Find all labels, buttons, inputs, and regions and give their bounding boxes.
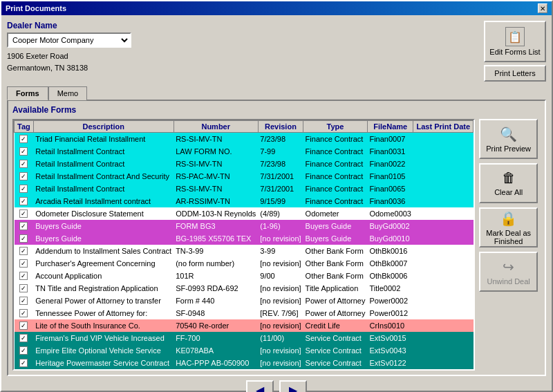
- unwind-deal-label: Unwind Deal: [487, 277, 529, 286]
- mark-deal-finished-button[interactable]: 🔒 Mark Deal as Finished: [479, 207, 538, 248]
- row-desc: Buyers Guide: [33, 232, 174, 245]
- forms-panel: Available Forms Tag Description Number: [7, 100, 546, 376]
- address-line1: 1906 Exeter Road: [7, 50, 470, 62]
- row-desc: TN Title and Registration Application: [33, 282, 174, 295]
- close-button[interactable]: ✕: [538, 3, 547, 13]
- nav-back-icon: ◀: [256, 384, 264, 392]
- row-revision: 7/23/98: [258, 158, 303, 170]
- table-row[interactable]: Arcadia Retail Installment contractAR-RS…: [15, 195, 474, 207]
- row-revision: (11/00): [258, 332, 303, 344]
- row-lastprint: [413, 319, 474, 332]
- row-type: Other Bank Form: [303, 245, 368, 257]
- row-checkbox[interactable]: [15, 332, 34, 344]
- table-row[interactable]: Fireman's Fund VIP Vehicle IncreasedFF-7…: [15, 332, 474, 344]
- row-checkbox[interactable]: [15, 319, 34, 332]
- table-scroll[interactable]: Tag Description Number Revision Type Fil…: [14, 120, 474, 369]
- table-row[interactable]: Retail Installment ContractRS-SI-MV-TN7/…: [15, 183, 474, 195]
- unwind-deal-button[interactable]: ↪ Unwind Deal: [479, 252, 538, 292]
- row-checkbox[interactable]: [15, 220, 34, 232]
- row-lastprint: [413, 133, 474, 145]
- row-lastprint: [413, 170, 474, 183]
- row-desc: Account Application: [33, 270, 174, 282]
- row-desc: Empire Elite Optional Vehicle Service: [33, 344, 174, 357]
- row-lastprint: [413, 357, 474, 369]
- table-row[interactable]: Retail Installment Contract And Security…: [15, 170, 474, 183]
- clear-all-label: Clear All: [494, 188, 523, 196]
- row-checkbox[interactable]: [15, 158, 34, 170]
- print-preview-button[interactable]: 🔍 Print Preview: [479, 119, 538, 159]
- nav-forward-button[interactable]: ▶: [279, 380, 307, 393]
- nav-back-button[interactable]: ◀: [246, 380, 274, 393]
- row-checkbox[interactable]: [15, 170, 34, 183]
- col-desc: Description: [33, 121, 174, 133]
- row-checkbox[interactable]: [15, 207, 34, 220]
- row-type: Finance Contract: [303, 145, 368, 158]
- table-row[interactable]: Lite of the South Insurance Co.70540 Re-…: [15, 319, 474, 332]
- row-checkbox[interactable]: [15, 245, 34, 257]
- table-row[interactable]: Heritage Powermaster Service ContractHAC…: [15, 357, 474, 369]
- row-checkbox[interactable]: [15, 145, 34, 158]
- row-checkbox[interactable]: [15, 307, 34, 319]
- table-row[interactable]: Odometer Disclosure StatementODDM-103-N …: [15, 207, 474, 220]
- row-type: Other Bank Form: [303, 270, 368, 282]
- row-checkbox[interactable]: [15, 183, 34, 195]
- print-preview-icon: 🔍: [500, 126, 517, 142]
- row-type: Other Bank Form: [303, 257, 368, 270]
- row-number: RS-SI-MV-TN: [174, 158, 258, 170]
- window-title: Print Documents: [6, 4, 66, 12]
- table-row[interactable]: General Power of Attorney to transferFor…: [15, 295, 474, 307]
- panel-title: Available Forms: [12, 105, 541, 115]
- tabs-row: Forms Memo: [7, 86, 546, 100]
- row-number: LAW FORM NO.: [174, 145, 258, 158]
- table-row[interactable]: Purchaser's Agreement Concerning(no form…: [15, 257, 474, 270]
- row-lastprint: [413, 307, 474, 319]
- row-revision: 7/31/2001: [258, 183, 303, 195]
- row-number: 70540 Re-order: [174, 319, 258, 332]
- row-checkbox[interactable]: [15, 133, 34, 145]
- dealer-label: Dealer Name: [7, 21, 470, 30]
- table-row[interactable]: Buyers GuideBG-1985 X55706 TEX[no revisi…: [15, 232, 474, 245]
- row-lastprint: [413, 332, 474, 344]
- row-number: AR-RSSIMV-TN: [174, 195, 258, 207]
- row-revision: (1-96): [258, 220, 303, 232]
- table-row[interactable]: Retail Installment ContractLAW FORM NO.7…: [15, 145, 474, 158]
- row-type: Buyers Guide: [303, 220, 368, 232]
- table-row[interactable]: Addendum to Installment Sales ContractTN…: [15, 245, 474, 257]
- row-checkbox[interactable]: [15, 270, 34, 282]
- table-row[interactable]: Triad Financial Retail InstallmentRS-SI-…: [15, 133, 474, 145]
- row-checkbox[interactable]: [15, 282, 34, 295]
- row-filename: Finan0031: [367, 145, 413, 158]
- row-type: Credit Life: [303, 319, 368, 332]
- tab-forms[interactable]: Forms: [7, 86, 48, 100]
- print-letters-button[interactable]: Print Letters: [484, 65, 546, 82]
- table-row[interactable]: Buyers GuideFORM BG3(1-96)Buyers GuideBu…: [15, 220, 474, 232]
- row-type: Service Contract: [303, 332, 368, 344]
- row-checkbox[interactable]: [15, 257, 34, 270]
- row-revision: 9/00: [258, 270, 303, 282]
- dealer-select[interactable]: Cooper Motor Company: [7, 32, 131, 48]
- table-row[interactable]: Account Application101R9/00Other Bank Fo…: [15, 270, 474, 282]
- row-checkbox[interactable]: [15, 232, 34, 245]
- row-desc: Arcadia Retail Installment contract: [33, 195, 174, 207]
- row-desc: Retail Installment Contract: [33, 183, 174, 195]
- tab-memo[interactable]: Memo: [48, 86, 88, 100]
- row-checkbox[interactable]: [15, 344, 34, 357]
- row-type: Finance Contract: [303, 158, 368, 170]
- row-revision: [no revision]: [258, 344, 303, 357]
- row-checkbox[interactable]: [15, 295, 34, 307]
- row-checkbox[interactable]: [15, 357, 34, 369]
- row-number: SF-0948: [174, 307, 258, 319]
- table-row[interactable]: TN Title and Registration ApplicationSF-…: [15, 282, 474, 295]
- col-type: Type: [303, 121, 368, 133]
- row-lastprint: [413, 207, 474, 220]
- table-row[interactable]: Tennessee Power of Attorney for:SF-0948[…: [15, 307, 474, 319]
- row-desc: Lite of the South Insurance Co.: [33, 319, 174, 332]
- clear-all-button[interactable]: 🗑 Clear All: [479, 163, 538, 203]
- edit-forms-icon: 📋: [505, 27, 525, 46]
- row-lastprint: [413, 158, 474, 170]
- edit-forms-button[interactable]: 📋 Edit Forms List: [484, 21, 546, 62]
- table-row[interactable]: Retail Installment ContractRS-SI-MV-TN7/…: [15, 158, 474, 170]
- row-number: RS-SI-MV-TN: [174, 133, 258, 145]
- row-checkbox[interactable]: [15, 195, 34, 207]
- table-row[interactable]: Empire Elite Optional Vehicle ServiceKE0…: [15, 344, 474, 357]
